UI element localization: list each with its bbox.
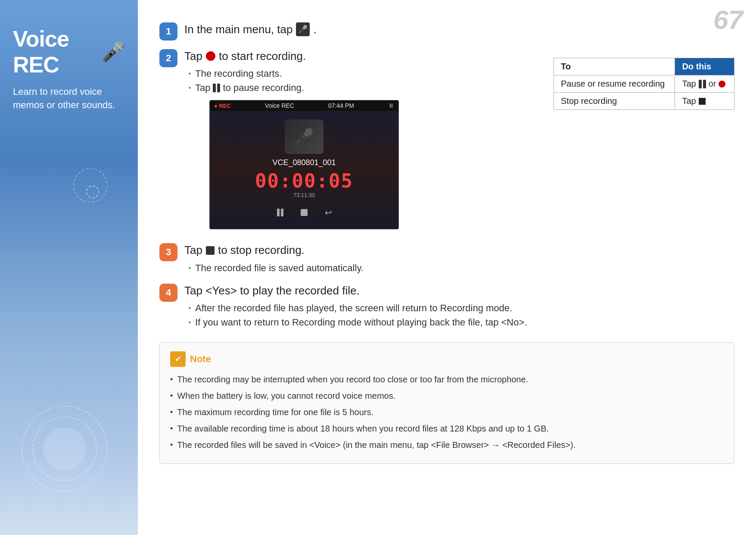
rec-dot-table xyxy=(719,81,725,88)
note-box: ✔ Note The recording may be interrupted … xyxy=(159,342,734,464)
mic-icon-large: 🎤 xyxy=(102,41,125,63)
ctrl-stop-btn xyxy=(296,205,312,220)
step-2-content: Tap to start recording. The recording st… xyxy=(184,48,734,235)
phone-time: 07:44 PM xyxy=(328,102,354,109)
note-item-1-text: The recording may be interrupted when yo… xyxy=(177,373,528,386)
pause-bar-t2 xyxy=(703,80,706,88)
table-row1-do-content: Tap or xyxy=(682,79,727,89)
deco-target-circle xyxy=(73,168,108,203)
step-3-bullets: The recorded file is saved automatically… xyxy=(189,261,734,275)
phone-app-name: Voice REC xyxy=(265,102,294,109)
note-icon: ✔ xyxy=(170,351,186,367)
step-1-number: 1 xyxy=(159,22,177,41)
sidebar-subtitle-text: Learn to record voice memos or other sou… xyxy=(13,86,115,110)
note-item-3: The maximum recording time for one file … xyxy=(170,406,724,419)
table-header-row: To Do this xyxy=(554,58,734,75)
rec-indicator: ● REC xyxy=(214,103,231,109)
phone-status-bar: ● REC Voice REC 07:44 PM ⏸ xyxy=(210,100,398,111)
step-4-text: Tap <Yes> to play the recorded file. xyxy=(184,283,734,298)
table-row1-action: Pause or resume recording xyxy=(554,75,675,93)
table-row-2: Stop recording Tap xyxy=(554,93,734,110)
step-4-content: Tap <Yes> to play the recorded file. Aft… xyxy=(184,283,734,329)
voice-rec-title-text: Voice REC xyxy=(13,26,97,78)
ctrl-stop-icon xyxy=(301,209,308,216)
table-row2-do: Tap xyxy=(675,93,734,110)
pause-status-icon: ⏸ xyxy=(388,102,394,109)
sidebar: Voice REC 🎤 Learn to record voice memos … xyxy=(0,0,138,535)
pause-bar-1 xyxy=(213,84,216,92)
step-3-bullet-1: The recorded file is saved automatically… xyxy=(189,261,734,275)
pause-icon-inline xyxy=(213,84,220,92)
step-2-text: Tap to start recording. xyxy=(184,48,541,64)
note-item-4-text: The available recording time is about 18… xyxy=(177,422,549,435)
stop-icon-inline xyxy=(206,246,215,255)
ctrl-pause-bar1 xyxy=(277,209,280,216)
step-4-label: Tap <Yes> to play the recorded file. xyxy=(184,283,360,298)
step-2-number: 2 xyxy=(159,49,177,67)
note-item-5: The recorded files will be saved in <Voi… xyxy=(170,438,724,451)
sidebar-subtitle: Learn to record voice memos or other sou… xyxy=(13,85,125,112)
note-item-5-text: The recorded files will be saved in <Voi… xyxy=(177,438,576,451)
pause-bar-t1 xyxy=(699,80,702,88)
step-3-tap: Tap xyxy=(184,242,202,258)
step-2-right: To Do this Pause or resume recording T xyxy=(554,53,734,115)
back-arrow-icon: ↩ xyxy=(325,207,332,218)
ctrl-pause-btn xyxy=(272,205,288,220)
mic-visual-icon: 🎤 xyxy=(295,128,314,146)
step-3-text: Tap to stop recording. xyxy=(184,242,734,258)
step-2-tap: Tap xyxy=(184,48,202,64)
deco-inner-circle xyxy=(43,427,86,470)
step-4-bullet-2: If you want to return to Recording mode … xyxy=(189,315,734,329)
mic-icon-inline: 🎤 xyxy=(296,22,310,36)
step-1: 1 In the main menu, tap 🎤 . xyxy=(159,22,734,41)
pause-bar-2 xyxy=(217,84,220,92)
note-item-4: The available recording time is about 18… xyxy=(170,422,724,435)
phone-screen: ● REC Voice REC 07:44 PM ⏸ 🎤 VCE_080801_… xyxy=(209,100,399,229)
tap-label-1: Tap xyxy=(682,79,696,89)
sidebar-title: Voice REC 🎤 xyxy=(13,26,125,78)
note-title: Note xyxy=(190,354,211,365)
step-1-label: In the main menu, tap xyxy=(184,22,292,37)
note-item-2-text: When the battery is low, you cannot reco… xyxy=(177,389,395,402)
phone-controls: ↩ xyxy=(272,205,336,220)
note-item-2: When the battery is low, you cannot reco… xyxy=(170,389,724,402)
info-table: To Do this Pause or resume recording T xyxy=(554,58,734,110)
table-row-1: Pause or resume recording Tap xyxy=(554,75,734,93)
step-2-bullet-2: Tap to pause recording. xyxy=(189,81,541,95)
step-1-text: In the main menu, tap 🎤 . xyxy=(184,22,734,37)
step-3-label: to stop recording. xyxy=(218,242,305,258)
note-item-1: The recording may be interrupted when yo… xyxy=(170,373,724,386)
step-3-content: Tap to stop recording. The recorded file… xyxy=(184,242,734,275)
ctrl-pause-bar2 xyxy=(281,209,283,216)
note-header: ✔ Note xyxy=(170,351,724,367)
step-4-bullets: After the recorded file has played, the … xyxy=(189,301,734,329)
phone-timer-sub: 73:11:30 xyxy=(293,192,315,198)
table-row2-do-content: Tap xyxy=(682,96,727,106)
step-2-left: Tap to start recording. The recording st… xyxy=(184,48,541,235)
rec-dot-icon xyxy=(206,51,215,61)
step-2-row: Tap to start recording. The recording st… xyxy=(184,48,734,235)
table-header-to: To xyxy=(554,58,675,75)
phone-filename: VCE_080801_001 xyxy=(272,158,336,167)
step-1-period: . xyxy=(313,22,316,37)
phone-timer: 00:00:05 xyxy=(255,170,353,192)
stop-icon-table xyxy=(699,98,706,105)
note-item-3-text: The maximum recording time for one file … xyxy=(177,406,373,419)
step-4: 4 Tap <Yes> to play the recorded file. A… xyxy=(159,283,734,329)
note-checkmark-icon: ✔ xyxy=(175,354,181,364)
step-2-bullet-1: The recording starts. xyxy=(189,66,541,81)
mic-visual: 🎤 xyxy=(285,119,324,154)
step-1-content: In the main menu, tap 🎤 . xyxy=(184,22,734,37)
steps-container: 1 In the main menu, tap 🎤 . 2 Tap xyxy=(159,22,734,329)
table-row1-do: Tap or xyxy=(675,75,734,93)
ctrl-back-btn: ↩ xyxy=(320,205,336,220)
step-2-bullets: The recording starts. Tap to pause recor… xyxy=(189,66,541,95)
table-header-do: Do this xyxy=(675,58,734,75)
step-4-bullet-1: After the recorded file has played, the … xyxy=(189,301,734,315)
page-number: 67 xyxy=(713,4,743,35)
or-label: or xyxy=(709,79,716,89)
table-row2-action: Stop recording xyxy=(554,93,675,110)
ctrl-pause-icon xyxy=(277,209,283,216)
note-list: The recording may be interrupted when yo… xyxy=(170,373,724,451)
step-3-number: 3 xyxy=(159,243,177,261)
